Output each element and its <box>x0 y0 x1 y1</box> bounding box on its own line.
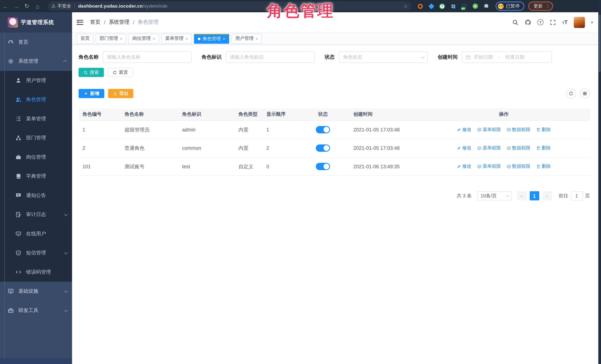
sidebar-item-sms[interactable]: 短信管理 <box>0 243 72 262</box>
tab-departments[interactable]: 部门管理 × <box>96 33 126 43</box>
tab-users[interactable]: 用户管理 × <box>231 33 262 43</box>
sidebar-collapse-icon[interactable] <box>77 20 83 25</box>
sidebar-item-dev-tools[interactable]: 研发工具 <box>0 301 72 320</box>
sidebar: 芋道管理系统 首页 系统管理 用户管理 角色管理 <box>0 12 72 364</box>
tab-menus[interactable]: 菜单管理 × <box>161 33 192 43</box>
date-start-placeholder[interactable]: 开始日期 <box>474 54 493 60</box>
close-icon[interactable]: × <box>185 36 188 41</box>
tab-positions[interactable]: 岗位管理 × <box>129 33 159 43</box>
help-icon[interactable]: ? <box>537 19 543 25</box>
sidebar-item-home[interactable]: 首页 <box>0 33 72 52</box>
extension-icon-3[interactable]: 7 <box>439 3 445 9</box>
annotation-title: 角色管理 <box>267 0 334 21</box>
page-size-select[interactable]: 10条/页 <box>477 191 511 200</box>
browser-update-button[interactable]: 更新 ⋮ <box>528 1 553 11</box>
reset-button[interactable]: 重置 <box>108 68 133 77</box>
close-icon[interactable]: × <box>120 36 122 41</box>
sidebar-item-departments[interactable]: 部门管理 <box>0 128 72 147</box>
browser-forward-icon[interactable]: → <box>11 3 21 10</box>
user-avatar[interactable] <box>574 17 585 28</box>
sidebar-item-notices[interactable]: 通知公告 <box>0 186 72 205</box>
close-icon[interactable]: × <box>256 36 258 41</box>
sidebar-item-error-codes[interactable]: 错误码管理 <box>0 263 72 282</box>
status-toggle[interactable] <box>316 144 330 152</box>
caret-down-icon[interactable]: ▾ <box>591 20 593 24</box>
page-1-button[interactable]: 1 <box>530 191 539 200</box>
delete-link[interactable]: 删除 <box>536 145 551 151</box>
close-icon[interactable]: × <box>223 37 225 41</box>
edit-link[interactable]: 修改 <box>457 127 471 133</box>
edit-link[interactable]: 修改 <box>457 145 471 151</box>
sidebar-item-infrastructure[interactable]: 基础设施 <box>0 282 72 301</box>
sidebar-item-dictionary[interactable]: 字典管理 <box>0 167 72 186</box>
sidebar-item-roles[interactable]: 角色管理 <box>0 90 72 109</box>
data-permission-link[interactable]: 数据权限 <box>507 145 531 151</box>
prev-page-button[interactable]: ‹ <box>517 191 527 200</box>
sidebar-item-positions[interactable]: 岗位管理 <box>0 148 72 167</box>
profile-paused-button[interactable]: 已暂停 <box>496 1 524 11</box>
extension-icon-4[interactable] <box>450 3 456 9</box>
status-toggle[interactable] <box>316 126 330 133</box>
refresh-button[interactable] <box>566 89 576 98</box>
extension-icon-6[interactable] <box>472 3 478 9</box>
shield-check-icon <box>15 250 21 256</box>
status-select[interactable]: 角色状态 <box>339 51 428 63</box>
role-key-input[interactable] <box>226 51 315 63</box>
data-permission-link[interactable]: 数据权限 <box>507 163 531 170</box>
dashboard-icon <box>8 39 14 45</box>
status-toggle[interactable] <box>316 163 330 170</box>
security-label[interactable]: 不安全 <box>57 3 71 10</box>
goto-page-input[interactable] <box>571 191 583 200</box>
date-separator: - <box>498 54 500 60</box>
main-content: 角色名称 角色标识 状态 角色状态 创建时间 开始日期 - 结束日期 <box>72 45 598 364</box>
close-icon[interactable]: × <box>153 36 155 41</box>
menu-permission-link[interactable]: 菜单权限 <box>477 127 501 133</box>
role-name-input[interactable] <box>103 51 192 63</box>
sidebar-scrollbar[interactable] <box>4 34 5 359</box>
browser-menu-icon[interactable]: ⋮ <box>545 3 550 9</box>
sidebar-item-system[interactable]: 系统管理 <box>0 52 72 71</box>
sidebar-item-users[interactable]: 用户管理 <box>0 71 72 90</box>
status-label: 状态 <box>325 54 335 60</box>
sidebar-item-menus[interactable]: 菜单管理 <box>0 109 72 128</box>
sidebar-item-audit-log[interactable]: 审计日志 <box>0 205 72 224</box>
breadcrumb-system[interactable]: 系统管理 <box>109 19 130 26</box>
columns-button[interactable] <box>580 89 590 98</box>
date-range-picker[interactable]: 开始日期 - 结束日期 <box>462 51 552 63</box>
fullscreen-icon[interactable] <box>550 19 556 25</box>
tags-view-bar: 首页 部门管理 × 岗位管理 × 菜单管理 × 角色管理 × 用户管理 × <box>72 33 598 45</box>
tab-home[interactable]: 首页 <box>77 33 93 43</box>
edit-link[interactable]: 修改 <box>457 163 471 170</box>
extensions-puzzle-icon[interactable] <box>483 3 490 9</box>
extensions-area: 7 on <box>417 3 490 9</box>
menu-permission-link[interactable]: 菜单权限 <box>477 163 501 170</box>
breadcrumb: 首页 / 系统管理 / 角色管理 <box>90 19 158 26</box>
extension-icon-5[interactable]: on <box>461 3 467 9</box>
menu-permission-link[interactable]: 菜单权限 <box>477 145 501 151</box>
search-button[interactable]: 搜索 <box>79 68 104 77</box>
breadcrumb-home[interactable]: 首页 <box>90 19 100 26</box>
sidebar-item-online-users[interactable]: 在线用户 <box>0 224 72 243</box>
address-bar[interactable]: ⚠ 不安全 dashboard.yudao.iocoder.cn /system… <box>48 1 412 11</box>
bookmark-star-icon[interactable]: ☆ <box>403 3 408 9</box>
export-button[interactable]: 导出 <box>108 89 133 98</box>
add-button[interactable]: ＋ 新增 <box>79 89 104 98</box>
tab-roles-active[interactable]: 角色管理 × <box>194 33 229 43</box>
browser-back-icon[interactable]: ← <box>0 3 11 10</box>
next-page-button[interactable]: › <box>542 191 552 200</box>
window-scrollbar[interactable] <box>598 0 601 364</box>
logo[interactable]: 芋道管理系统 <box>0 12 72 33</box>
date-end-placeholder[interactable]: 结束日期 <box>505 54 524 60</box>
extension-icon-1[interactable] <box>417 3 423 9</box>
browser-reload-icon[interactable]: ↻ <box>21 3 32 10</box>
breadcrumb-separator: / <box>104 20 105 25</box>
browser-home-icon[interactable]: ⌂ <box>32 3 43 10</box>
font-size-icon[interactable]: TT <box>562 19 568 25</box>
delete-link[interactable]: 删除 <box>536 127 551 133</box>
search-icon[interactable] <box>512 19 519 25</box>
scrollbar-thumb[interactable] <box>599 15 601 72</box>
github-icon[interactable] <box>525 19 531 25</box>
data-permission-link[interactable]: 数据权限 <box>507 127 531 133</box>
extension-icon-2[interactable] <box>428 3 434 9</box>
delete-link[interactable]: 删除 <box>536 163 551 170</box>
